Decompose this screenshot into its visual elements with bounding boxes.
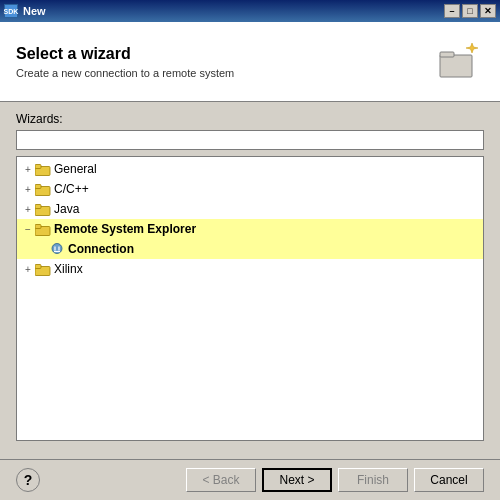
toggle-general[interactable]: +: [21, 162, 35, 176]
wizards-label: Wizards:: [16, 112, 484, 126]
finish-button[interactable]: Finish: [338, 468, 408, 492]
tree-item-cpp[interactable]: + C/C++: [17, 179, 483, 199]
action-buttons: < Back Next > Finish Cancel: [186, 468, 484, 492]
tree-item-xilinx[interactable]: + Xilinx: [17, 259, 483, 279]
title-bar: SDK New – □ ✕: [0, 0, 500, 22]
content-area: Wizards: + General +: [0, 102, 500, 451]
folder-icon-general: [35, 162, 51, 176]
header-text: Select a wizard Create a new connection …: [16, 45, 429, 79]
wizard-subtitle: Create a new connection to a remote syst…: [16, 67, 429, 79]
svg-rect-1: [440, 52, 454, 57]
toggle-rse[interactable]: −: [21, 222, 35, 236]
toggle-cpp[interactable]: +: [21, 182, 35, 196]
wizard-title: Select a wizard: [16, 45, 429, 63]
tree-label-general: General: [54, 160, 97, 178]
tree-item-general[interactable]: + General: [17, 159, 483, 179]
button-area: ? < Back Next > Finish Cancel: [0, 460, 500, 500]
app-icon: SDK: [4, 4, 18, 18]
title-bar-controls: – □ ✕: [444, 4, 496, 18]
toggle-java[interactable]: +: [21, 202, 35, 216]
header-area: Select a wizard Create a new connection …: [0, 22, 500, 102]
folder-icon-cpp: [35, 182, 51, 196]
tree-item-java[interactable]: + Java: [17, 199, 483, 219]
svg-rect-4: [35, 165, 41, 169]
toggle-connection: [35, 242, 49, 256]
tree-label-connection: Connection: [68, 240, 134, 258]
cancel-button[interactable]: Cancel: [414, 468, 484, 492]
header-icon: [429, 34, 484, 89]
minimize-button[interactable]: –: [444, 4, 460, 18]
back-button[interactable]: < Back: [186, 468, 256, 492]
folder-icon-xilinx: [35, 262, 51, 276]
svg-marker-2: [466, 43, 478, 53]
svg-rect-8: [35, 205, 41, 209]
wizard-graphic: [432, 37, 482, 87]
close-button[interactable]: ✕: [480, 4, 496, 18]
svg-rect-10: [35, 225, 41, 229]
tree-label-cpp: C/C++: [54, 180, 89, 198]
svg-rect-16: [35, 265, 41, 269]
svg-rect-6: [35, 185, 41, 189]
tree-label-xilinx: Xilinx: [54, 260, 83, 278]
tree-item-rse[interactable]: − Remote System Explorer: [17, 219, 483, 239]
dialog: Select a wizard Create a new connection …: [0, 22, 500, 500]
connection-icon: [49, 242, 65, 256]
help-button[interactable]: ?: [16, 468, 40, 492]
wizard-tree: + General + C/C++: [16, 156, 484, 441]
tree-item-connection[interactable]: Connection: [17, 239, 483, 259]
toggle-xilinx[interactable]: +: [21, 262, 35, 276]
maximize-button[interactable]: □: [462, 4, 478, 18]
wizard-search-input[interactable]: [16, 130, 484, 150]
folder-icon-java: [35, 202, 51, 216]
next-button[interactable]: Next >: [262, 468, 332, 492]
tree-label-rse: Remote System Explorer: [54, 220, 196, 238]
title-bar-text: New: [23, 5, 46, 17]
tree-label-java: Java: [54, 200, 79, 218]
folder-icon-rse: [35, 222, 51, 236]
svg-rect-0: [440, 55, 472, 77]
